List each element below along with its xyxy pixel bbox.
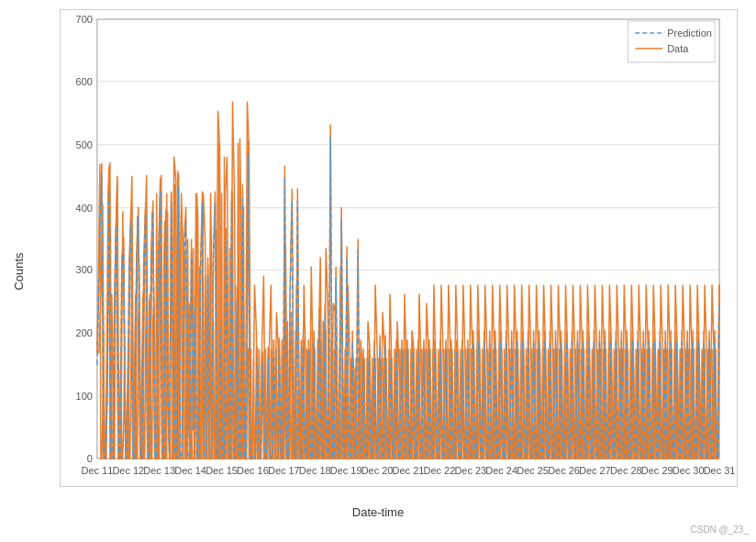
svg-text:Dec 25: Dec 25 [517, 465, 549, 476]
svg-text:Dec 21: Dec 21 [393, 465, 425, 476]
svg-text:Dec 15: Dec 15 [206, 465, 238, 476]
svg-text:Dec 16: Dec 16 [237, 465, 269, 476]
svg-text:Dec 17: Dec 17 [268, 465, 300, 476]
svg-text:Dec 11: Dec 11 [82, 465, 114, 476]
svg-text:200: 200 [76, 327, 93, 338]
svg-text:Dec 28: Dec 28 [610, 465, 642, 476]
x-axis-label: Date-time [352, 505, 404, 519]
svg-text:Dec 19: Dec 19 [330, 465, 362, 476]
svg-text:Dec 29: Dec 29 [641, 465, 673, 476]
svg-text:Dec 14: Dec 14 [174, 465, 206, 476]
watermark-text: CSDN @_23_ [690, 525, 749, 535]
svg-text:Dec 13: Dec 13 [143, 465, 175, 476]
svg-text:500: 500 [76, 139, 93, 150]
svg-text:100: 100 [76, 391, 93, 402]
svg-text:Data: Data [667, 43, 689, 54]
y-axis-label: Counts [12, 252, 26, 290]
svg-text:400: 400 [76, 203, 93, 214]
svg-text:700: 700 [76, 14, 93, 25]
svg-text:Dec 23: Dec 23 [454, 465, 486, 476]
svg-text:Dec 20: Dec 20 [361, 465, 394, 476]
chart-container: Counts .grid-line { stroke: #e0e0e0; str… [0, 0, 756, 542]
chart-area: .grid-line { stroke: #e0e0e0; stroke-wid… [60, 9, 738, 487]
svg-text:Dec 30: Dec 30 [673, 465, 705, 476]
svg-text:Dec 31: Dec 31 [704, 465, 736, 476]
svg-text:300: 300 [76, 264, 93, 275]
svg-text:Dec 27: Dec 27 [579, 465, 611, 476]
svg-text:600: 600 [76, 76, 93, 87]
svg-text:Dec 22: Dec 22 [424, 465, 456, 476]
svg-text:Prediction: Prediction [667, 28, 712, 39]
svg-text:Dec 24: Dec 24 [485, 465, 517, 476]
svg-text:Dec 18: Dec 18 [299, 465, 331, 476]
svg-text:0: 0 [87, 453, 93, 464]
svg-text:Dec 26: Dec 26 [548, 465, 580, 476]
svg-text:Dec 12: Dec 12 [112, 465, 144, 476]
chart-svg: .grid-line { stroke: #e0e0e0; stroke-wid… [61, 10, 737, 486]
